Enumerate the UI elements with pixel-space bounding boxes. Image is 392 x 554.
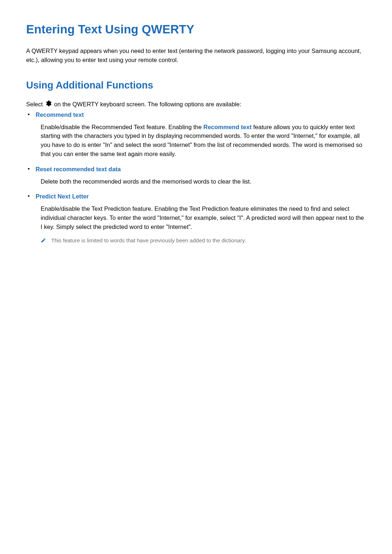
item-body: Enable/disable the Recommended Text feat… xyxy=(36,123,366,159)
item-title-recommend-text: Recommend text xyxy=(36,111,366,118)
section-title: Using Additional Functions xyxy=(26,80,366,91)
list-item: Recommend text Enable/disable the Recomm… xyxy=(36,111,366,159)
body-text: Enable/disable the Recommended Text feat… xyxy=(41,124,203,130)
note-text: This feature is limited to words that ha… xyxy=(51,237,246,245)
highlight-text: Recommend text xyxy=(203,124,252,130)
item-title-predict-next-letter: Predict Next Letter xyxy=(36,193,366,200)
list-item: Predict Next Letter Enable/disable the T… xyxy=(36,193,366,245)
gear-icon xyxy=(45,100,52,109)
select-instruction: Select on the QWERTY keyboard screen. Th… xyxy=(26,100,366,109)
document-page: Entering Text Using QWERTY A QWERTY keyp… xyxy=(0,0,392,245)
item-body: Delete both the recommended words and th… xyxy=(36,177,366,186)
select-text-before: Select xyxy=(26,101,44,107)
intro-paragraph: A QWERTY keypad appears when you need to… xyxy=(26,46,366,65)
item-body: Enable/disable the Text Prediction featu… xyxy=(36,204,366,231)
options-list: Recommend text Enable/disable the Recomm… xyxy=(26,111,366,245)
page-title: Entering Text Using QWERTY xyxy=(26,22,366,36)
note-row: This feature is limited to words that ha… xyxy=(36,237,366,245)
pencil-icon xyxy=(41,238,46,245)
select-text-after: on the QWERTY keyboard screen. The follo… xyxy=(54,101,241,107)
item-title-reset-recommended: Reset recommended text data xyxy=(36,166,366,173)
list-item: Reset recommended text data Delete both … xyxy=(36,166,366,186)
